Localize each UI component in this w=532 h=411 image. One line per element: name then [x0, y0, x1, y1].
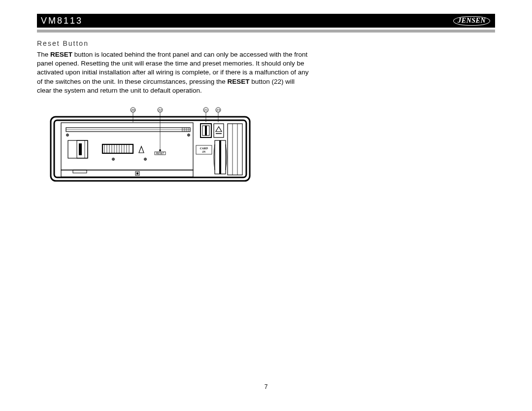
text-fragment: The [37, 51, 50, 58]
callout-21: 21 [204, 108, 208, 112]
callout-23: 23 [216, 108, 220, 112]
reset-button-icon [159, 149, 161, 151]
svg-rect-49 [136, 172, 138, 174]
card-label-2: IN [202, 150, 206, 153]
callout-22: 22 [158, 108, 162, 112]
page-number: 7 [0, 383, 532, 390]
reset-bold: RESET [50, 51, 72, 58]
brand-logo: JENSEN [453, 16, 490, 26]
reset-bold: RESET [227, 78, 249, 85]
svg-rect-54 [214, 124, 224, 137]
svg-rect-11 [61, 170, 193, 177]
svg-rect-59 [228, 124, 242, 175]
section-title: Reset Button [37, 39, 310, 47]
svg-rect-31 [77, 140, 88, 158]
reset-label: RESET [156, 152, 165, 155]
eject-icon [139, 146, 144, 153]
card-label-1: CARD [200, 147, 208, 150]
eject-up-icon [216, 127, 222, 132]
header-bar: VM8113 JENSEN [37, 14, 495, 28]
callout-20: 20 [131, 108, 135, 112]
svg-rect-58 [219, 140, 221, 174]
svg-rect-32 [79, 143, 82, 155]
front-panel-diagram: 20 22 21 23 [49, 106, 251, 185]
model-number: VM8113 [41, 16, 83, 26]
svg-rect-53 [205, 126, 207, 136]
content-column: Reset Button The RESET button is located… [37, 39, 310, 95]
header-underline [37, 30, 495, 33]
body-paragraph: The RESET button is located behind the f… [37, 50, 310, 95]
svg-rect-34 [73, 170, 87, 173]
